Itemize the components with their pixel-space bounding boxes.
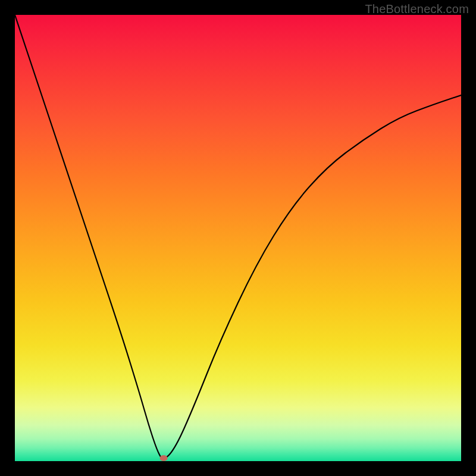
plot-area bbox=[15, 15, 461, 461]
chart-stage: TheBottleneck.com bbox=[0, 0, 476, 476]
minimum-marker bbox=[159, 455, 167, 461]
watermark-text: TheBottleneck.com bbox=[365, 2, 469, 16]
plot-inner bbox=[15, 15, 461, 461]
bottleneck-curve bbox=[15, 15, 461, 461]
